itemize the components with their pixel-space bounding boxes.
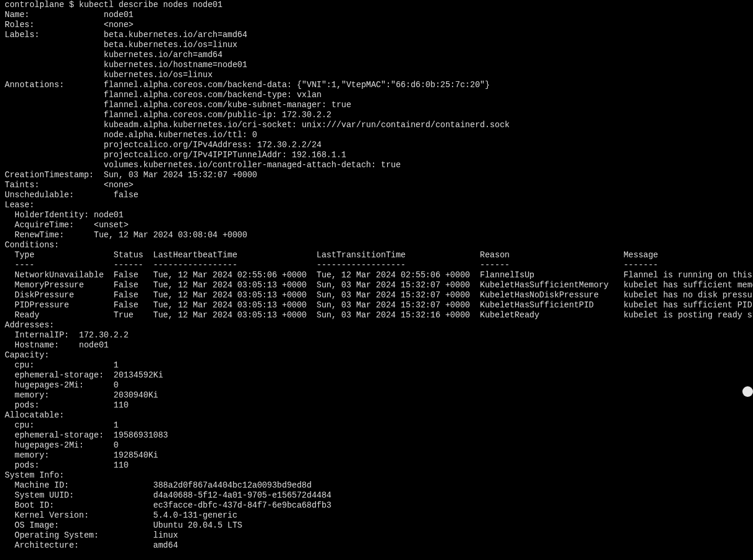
scroll-thumb[interactable]: [742, 386, 753, 397]
terminal-output[interactable]: controlplane $ kubectl describe nodes no…: [5, 0, 753, 551]
